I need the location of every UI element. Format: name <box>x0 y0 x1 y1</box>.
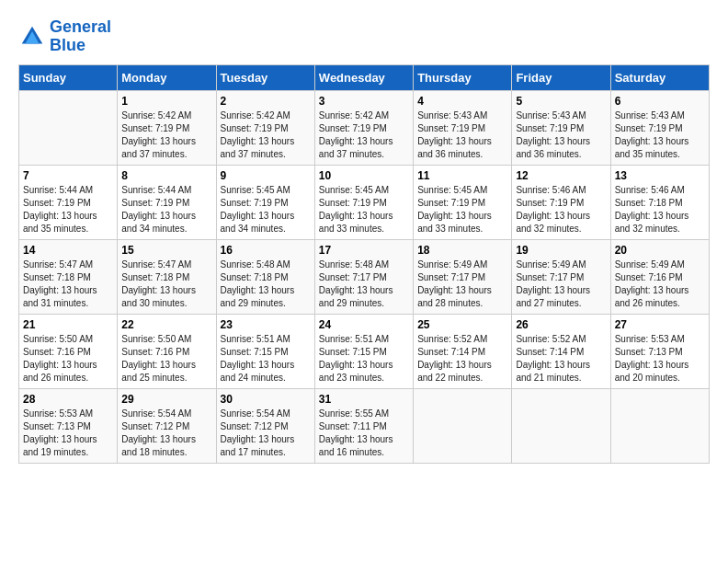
calendar-cell: 20Sunrise: 5:49 AMSunset: 7:16 PMDayligh… <box>610 239 709 314</box>
calendar-cell: 30Sunrise: 5:54 AMSunset: 7:12 PMDayligh… <box>216 388 314 463</box>
day-info: Sunrise: 5:48 AMSunset: 7:17 PMDaylight:… <box>319 259 409 310</box>
day-number: 2 <box>221 95 311 108</box>
calendar-week-row: 14Sunrise: 5:47 AMSunset: 7:18 PMDayligh… <box>19 239 710 314</box>
day-info: Sunrise: 5:44 AMSunset: 7:19 PMDaylight:… <box>23 184 113 236</box>
day-number: 8 <box>121 169 211 182</box>
day-number: 1 <box>121 95 211 108</box>
calendar-cell: 27Sunrise: 5:53 AMSunset: 7:13 PMDayligh… <box>610 314 709 388</box>
day-info: Sunrise: 5:53 AMSunset: 7:13 PMDaylight:… <box>23 408 113 459</box>
day-info: Sunrise: 5:52 AMSunset: 7:14 PMDaylight:… <box>417 333 507 385</box>
day-number: 17 <box>319 244 409 257</box>
calendar-cell: 5Sunrise: 5:43 AMSunset: 7:19 PMDaylight… <box>512 90 610 165</box>
day-number: 26 <box>516 318 606 331</box>
calendar-header-row: SundayMondayTuesdayWednesdayThursdayFrid… <box>19 64 710 90</box>
day-number: 19 <box>516 244 606 257</box>
calendar-cell: 13Sunrise: 5:46 AMSunset: 7:18 PMDayligh… <box>610 165 709 239</box>
day-info: Sunrise: 5:45 AMSunset: 7:19 PMDaylight:… <box>221 184 311 236</box>
day-info: Sunrise: 5:51 AMSunset: 7:15 PMDaylight:… <box>221 333 311 385</box>
day-number: 5 <box>516 95 606 108</box>
calendar-cell: 6Sunrise: 5:43 AMSunset: 7:19 PMDaylight… <box>610 90 709 165</box>
day-info: Sunrise: 5:42 AMSunset: 7:19 PMDaylight:… <box>221 109 311 161</box>
calendar-cell: 2Sunrise: 5:42 AMSunset: 7:19 PMDaylight… <box>216 90 314 165</box>
calendar-cell <box>610 388 709 463</box>
day-number: 3 <box>319 95 409 108</box>
calendar-cell: 15Sunrise: 5:47 AMSunset: 7:18 PMDayligh… <box>118 239 216 314</box>
day-info: Sunrise: 5:54 AMSunset: 7:12 PMDaylight:… <box>121 408 211 459</box>
calendar-week-row: 28Sunrise: 5:53 AMSunset: 7:13 PMDayligh… <box>19 388 710 463</box>
calendar-cell: 22Sunrise: 5:50 AMSunset: 7:16 PMDayligh… <box>118 314 216 388</box>
calendar-cell: 12Sunrise: 5:46 AMSunset: 7:19 PMDayligh… <box>512 165 610 239</box>
calendar-week-row: 7Sunrise: 5:44 AMSunset: 7:19 PMDaylight… <box>19 165 710 239</box>
day-info: Sunrise: 5:54 AMSunset: 7:12 PMDaylight:… <box>221 408 311 459</box>
day-number: 10 <box>319 169 409 182</box>
day-info: Sunrise: 5:47 AMSunset: 7:18 PMDaylight:… <box>23 259 113 310</box>
day-info: Sunrise: 5:51 AMSunset: 7:15 PMDaylight:… <box>319 333 409 385</box>
calendar-cell: 29Sunrise: 5:54 AMSunset: 7:12 PMDayligh… <box>118 388 216 463</box>
day-number: 6 <box>615 95 705 108</box>
day-number: 13 <box>615 169 705 182</box>
day-number: 16 <box>221 244 311 257</box>
day-info: Sunrise: 5:43 AMSunset: 7:19 PMDaylight:… <box>417 109 507 161</box>
day-header: Wednesday <box>314 64 413 90</box>
day-number: 22 <box>121 318 211 331</box>
day-number: 25 <box>417 318 507 331</box>
day-info: Sunrise: 5:42 AMSunset: 7:19 PMDaylight:… <box>319 109 409 161</box>
day-info: Sunrise: 5:43 AMSunset: 7:19 PMDaylight:… <box>516 109 606 161</box>
day-header: Saturday <box>610 64 709 90</box>
calendar-cell: 3Sunrise: 5:42 AMSunset: 7:19 PMDaylight… <box>314 90 413 165</box>
calendar-cell: 21Sunrise: 5:50 AMSunset: 7:16 PMDayligh… <box>19 314 118 388</box>
day-info: Sunrise: 5:47 AMSunset: 7:18 PMDaylight:… <box>121 259 211 310</box>
day-info: Sunrise: 5:46 AMSunset: 7:19 PMDaylight:… <box>516 184 606 236</box>
calendar-cell <box>19 90 118 165</box>
calendar-cell: 16Sunrise: 5:48 AMSunset: 7:18 PMDayligh… <box>216 239 314 314</box>
page-header: General Blue <box>18 18 710 55</box>
logo: General Blue <box>18 18 111 55</box>
calendar-cell: 17Sunrise: 5:48 AMSunset: 7:17 PMDayligh… <box>314 239 413 314</box>
calendar-cell: 8Sunrise: 5:44 AMSunset: 7:19 PMDaylight… <box>118 165 216 239</box>
calendar-cell <box>512 388 610 463</box>
day-info: Sunrise: 5:52 AMSunset: 7:14 PMDaylight:… <box>516 333 606 385</box>
day-number: 9 <box>221 169 311 182</box>
calendar-cell: 7Sunrise: 5:44 AMSunset: 7:19 PMDaylight… <box>19 165 118 239</box>
calendar-cell: 31Sunrise: 5:55 AMSunset: 7:11 PMDayligh… <box>314 388 413 463</box>
day-info: Sunrise: 5:45 AMSunset: 7:19 PMDaylight:… <box>417 184 507 236</box>
day-info: Sunrise: 5:49 AMSunset: 7:17 PMDaylight:… <box>417 259 507 310</box>
day-header: Thursday <box>414 64 512 90</box>
day-number: 11 <box>417 169 507 182</box>
day-number: 31 <box>319 393 409 406</box>
day-number: 24 <box>319 318 409 331</box>
calendar-cell <box>414 388 512 463</box>
day-number: 12 <box>516 169 606 182</box>
day-info: Sunrise: 5:43 AMSunset: 7:19 PMDaylight:… <box>615 109 705 161</box>
day-info: Sunrise: 5:48 AMSunset: 7:18 PMDaylight:… <box>221 259 311 310</box>
day-number: 4 <box>417 95 507 108</box>
calendar-week-row: 1Sunrise: 5:42 AMSunset: 7:19 PMDaylight… <box>19 90 710 165</box>
day-number: 27 <box>615 318 705 331</box>
logo-icon <box>18 23 46 51</box>
calendar-cell: 11Sunrise: 5:45 AMSunset: 7:19 PMDayligh… <box>414 165 512 239</box>
calendar-cell: 23Sunrise: 5:51 AMSunset: 7:15 PMDayligh… <box>216 314 314 388</box>
day-number: 23 <box>221 318 311 331</box>
day-number: 21 <box>23 318 113 331</box>
day-info: Sunrise: 5:44 AMSunset: 7:19 PMDaylight:… <box>121 184 211 236</box>
day-info: Sunrise: 5:49 AMSunset: 7:16 PMDaylight:… <box>615 259 705 310</box>
calendar-week-row: 21Sunrise: 5:50 AMSunset: 7:16 PMDayligh… <box>19 314 710 388</box>
calendar-cell: 1Sunrise: 5:42 AMSunset: 7:19 PMDaylight… <box>118 90 216 165</box>
calendar-cell: 19Sunrise: 5:49 AMSunset: 7:17 PMDayligh… <box>512 239 610 314</box>
calendar-cell: 28Sunrise: 5:53 AMSunset: 7:13 PMDayligh… <box>19 388 118 463</box>
day-header: Tuesday <box>216 64 314 90</box>
day-info: Sunrise: 5:45 AMSunset: 7:19 PMDaylight:… <box>319 184 409 236</box>
day-number: 28 <box>23 393 113 406</box>
day-info: Sunrise: 5:50 AMSunset: 7:16 PMDaylight:… <box>121 333 211 385</box>
day-info: Sunrise: 5:53 AMSunset: 7:13 PMDaylight:… <box>615 333 705 385</box>
day-header: Monday <box>118 64 216 90</box>
calendar-cell: 18Sunrise: 5:49 AMSunset: 7:17 PMDayligh… <box>414 239 512 314</box>
day-number: 7 <box>23 169 113 182</box>
day-info: Sunrise: 5:49 AMSunset: 7:17 PMDaylight:… <box>516 259 606 310</box>
calendar-cell: 26Sunrise: 5:52 AMSunset: 7:14 PMDayligh… <box>512 314 610 388</box>
logo-text: General Blue <box>50 18 111 55</box>
calendar-cell: 4Sunrise: 5:43 AMSunset: 7:19 PMDaylight… <box>414 90 512 165</box>
day-header: Sunday <box>19 64 118 90</box>
day-number: 18 <box>417 244 507 257</box>
calendar-cell: 25Sunrise: 5:52 AMSunset: 7:14 PMDayligh… <box>414 314 512 388</box>
